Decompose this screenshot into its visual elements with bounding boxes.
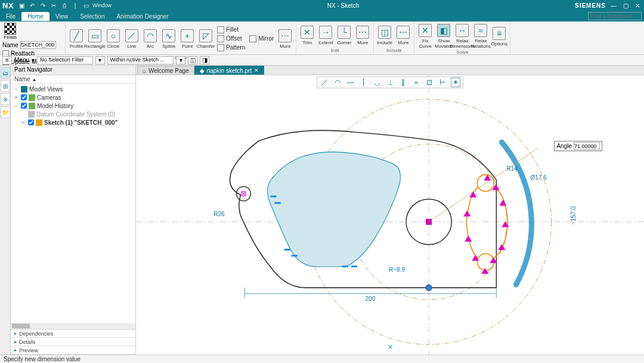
- print-icon[interactable]: ⎙: [60, 1, 69, 10]
- constraint-navigator-tab[interactable]: ※: [1, 93, 10, 105]
- window-dropdown[interactable]: Window: [92, 1, 112, 10]
- angle-value-editor[interactable]: Angle: [554, 141, 602, 151]
- selection-filter-dropdown[interactable]: No Selection Filter: [37, 56, 93, 64]
- tree-node-model-history[interactable]: −Model History: [13, 101, 133, 110]
- spline-button[interactable]: ∿Spline: [160, 28, 177, 49]
- tab-home[interactable]: Home: [21, 12, 49, 21]
- dim-h1570[interactable]: ~157.0: [570, 206, 577, 224]
- include-button[interactable]: ◫Include: [376, 24, 393, 45]
- tangent-icon[interactable]: ◡: [372, 78, 382, 87]
- finish-label: Finish: [4, 35, 16, 40]
- settings-icon[interactable]: ✶: [451, 78, 460, 87]
- horizontal-icon[interactable]: —: [346, 78, 355, 87]
- section-preview[interactable]: Preview: [11, 346, 135, 355]
- tree-node-model-views[interactable]: −Model Views: [13, 85, 133, 93]
- relax-relations-button[interactable]: ≈Relax Relations: [472, 23, 489, 49]
- menu-button[interactable]: ≡: [2, 56, 12, 64]
- close-tab-icon[interactable]: ✕: [254, 67, 259, 73]
- undo-icon[interactable]: ↶: [28, 1, 36, 10]
- checkbox[interactable]: [21, 94, 27, 100]
- tab-selection[interactable]: Selection: [74, 12, 110, 21]
- svg-point-30: [426, 285, 432, 291]
- tree-node-datum-csys[interactable]: Datum Coordinate System (0): [13, 110, 133, 118]
- edit-more-button[interactable]: ⋯More: [354, 24, 371, 45]
- tab-view[interactable]: View: [49, 12, 75, 21]
- reuse-tab[interactable]: 📁: [1, 106, 10, 118]
- graphics-window: ⌂Welcome Page ◆napkin sketch.prt✕: [136, 66, 644, 355]
- minimize-icon[interactable]: —: [609, 1, 618, 10]
- tab-animation-designer[interactable]: Animation Designer: [110, 12, 174, 21]
- column-header-name[interactable]: Name ▴: [11, 75, 135, 84]
- svg-point-7: [477, 174, 494, 191]
- profile-button[interactable]: ╱Profile: [68, 28, 85, 49]
- sketch-name-input[interactable]: [20, 41, 56, 49]
- origin-marker[interactable]: [426, 219, 432, 225]
- checkbox[interactable]: [28, 119, 34, 125]
- rectangle-button[interactable]: ▭Rectangle: [86, 28, 103, 49]
- tab-file[interactable]: File: [0, 12, 21, 21]
- dim-r89[interactable]: R~8.9: [389, 266, 405, 273]
- fillet-button[interactable]: Fillet: [217, 25, 245, 34]
- section-details[interactable]: Details: [11, 338, 135, 346]
- vertical-icon[interactable]: │: [359, 78, 369, 87]
- equal-icon[interactable]: ＝: [411, 78, 421, 87]
- midpoint-icon[interactable]: ⊢: [438, 78, 447, 87]
- dim-width[interactable]: 200: [366, 296, 376, 302]
- restore-icon[interactable]: ▢: [621, 1, 630, 10]
- corner-button[interactable]: └Corner: [336, 24, 352, 45]
- extend-button[interactable]: →Extend: [317, 24, 334, 45]
- ribbon-group-solve: ✕Fix Curve ◧Show Movable ↔Relax Dimensio…: [414, 21, 510, 54]
- tree-node-cameras[interactable]: +Cameras: [13, 93, 133, 101]
- save-icon[interactable]: ▣: [17, 1, 26, 10]
- doc-tab-napkin-sketch[interactable]: ◆napkin sketch.prt✕: [194, 66, 265, 75]
- options-button[interactable]: ≡Options: [491, 26, 507, 47]
- menu-chevron-icon[interactable]: ▾: [32, 57, 35, 63]
- line-button[interactable]: ／Line: [123, 28, 140, 49]
- arc-tool-icon[interactable]: ◠: [333, 78, 342, 87]
- fix-curve-button[interactable]: ✕Fix Curve: [417, 23, 434, 49]
- dim-r26[interactable]: R26: [213, 211, 225, 217]
- filter-toggle[interactable]: ▾: [95, 56, 105, 64]
- horizontal-scrollbar[interactable]: [11, 323, 135, 329]
- perp-icon[interactable]: ⟂: [385, 78, 395, 87]
- history-icon: [29, 103, 35, 109]
- tree-node-sketch-000[interactable]: −Sketch (1) "SKETCH_000": [13, 118, 133, 127]
- pattern-button[interactable]: Pattern: [217, 43, 245, 52]
- checkbox[interactable]: [21, 103, 27, 109]
- circle-button[interactable]: ○Circle: [105, 28, 122, 49]
- chamfer-button[interactable]: ◸Chamfer: [197, 28, 214, 49]
- selection-scope-dropdown[interactable]: Within Active Sketch ...: [107, 56, 174, 64]
- scope-toggle[interactable]: ▾: [176, 56, 185, 64]
- offset-button[interactable]: Offset: [217, 34, 245, 43]
- redo-icon[interactable]: ↷: [39, 1, 47, 10]
- sketch-icon: [36, 119, 42, 126]
- trim-button[interactable]: ✕Trim: [299, 24, 315, 45]
- line-tool-icon[interactable]: ／: [320, 78, 329, 87]
- finish-sketch-icon[interactable]: [4, 23, 16, 35]
- search-input[interactable]: [588, 12, 642, 20]
- point-button[interactable]: +Point: [179, 28, 196, 49]
- arc-button[interactable]: ◠Arc: [142, 28, 159, 49]
- selection-button-2[interactable]: ◨: [200, 56, 209, 64]
- svg-line-23: [429, 148, 537, 222]
- cut-icon[interactable]: ✂: [49, 1, 58, 10]
- sketch-canvas[interactable]: 200 R26 Ø17.6 R~8.9 ~157.0 R14: [136, 75, 644, 355]
- angle-input[interactable]: [574, 142, 600, 150]
- relax-dimensions-button[interactable]: ↔Relax Dimensions: [454, 23, 470, 49]
- selection-button-1[interactable]: ◫: [188, 56, 197, 64]
- coincident-icon[interactable]: ⊡: [425, 78, 434, 87]
- sketch-name-label: Name: [2, 42, 18, 48]
- include-more-button[interactable]: ⋯More: [395, 24, 411, 45]
- quick-access-toolbar: ▣ ↶ ↷ ✂ ⎙ | ▭ Window: [17, 1, 112, 10]
- curve-more-button[interactable]: ⋯More: [277, 28, 293, 49]
- parallel-icon[interactable]: ∥: [398, 78, 408, 87]
- doc-tab-welcome[interactable]: ⌂Welcome Page: [137, 66, 194, 75]
- assembly-navigator-tab[interactable]: ⊞: [1, 80, 10, 92]
- dim-r14[interactable]: R14: [506, 165, 518, 172]
- window-icon[interactable]: ▭: [82, 1, 90, 10]
- mirror-button[interactable]: Mirror: [249, 34, 274, 43]
- part-navigator-tab[interactable]: 🗂: [1, 67, 10, 79]
- dim-d178[interactable]: Ø17.6: [531, 174, 547, 181]
- close-icon[interactable]: ✕: [633, 1, 642, 10]
- section-dependencies[interactable]: Dependencies: [11, 330, 135, 338]
